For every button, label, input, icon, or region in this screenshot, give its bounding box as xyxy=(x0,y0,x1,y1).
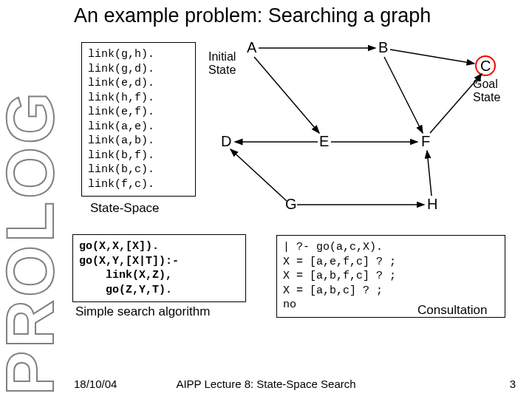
svg-line-4 xyxy=(390,50,474,64)
state-space-code: link(g,h). link(g,d). link(e,d). link(h,… xyxy=(81,42,196,197)
node-f: F xyxy=(421,133,430,150)
initial-state-label: Initial State xyxy=(208,50,236,77)
footer-center: AIPP Lecture 8: State-Space Search xyxy=(0,378,532,390)
footer-page-number: 3 xyxy=(510,378,516,390)
consultation-label: Consultation xyxy=(417,303,488,318)
node-a: A xyxy=(247,39,256,56)
search-algo-code: go(X,X,[X]). go(X,Y,[X|T]):- link(X,Z), … xyxy=(72,234,246,302)
svg-line-10 xyxy=(427,151,432,196)
node-e: E xyxy=(319,133,329,150)
search-algo-label: Simple search algorithm xyxy=(75,304,210,319)
svg-line-8 xyxy=(231,149,287,201)
node-b: B xyxy=(378,39,388,56)
goal-state-label: Goal State xyxy=(473,78,500,104)
svg-line-3 xyxy=(384,57,423,133)
svg-line-1 xyxy=(254,57,319,133)
state-space-label: State-Space xyxy=(90,201,160,216)
node-g: G xyxy=(285,196,297,213)
node-h: H xyxy=(427,196,437,213)
node-d: D xyxy=(221,133,231,150)
goal-circle xyxy=(475,55,496,76)
goal-arrow xyxy=(0,0,532,399)
graph-edges xyxy=(0,0,532,399)
prolog-sidebar-text: PROLOG xyxy=(0,89,69,395)
page-title: An example problem: Searching a graph xyxy=(74,4,431,27)
